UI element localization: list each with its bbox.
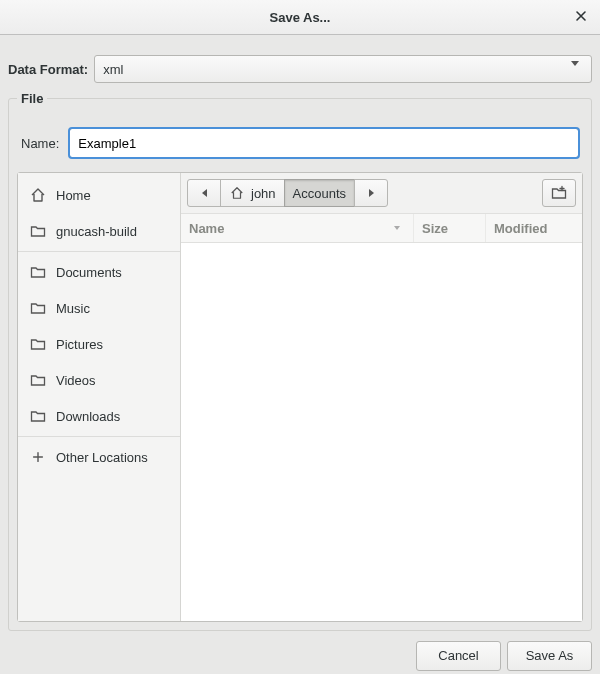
path-bar: john Accounts	[181, 173, 582, 214]
folder-icon	[30, 300, 46, 316]
home-icon	[30, 187, 46, 203]
data-format-label: Data Format:	[8, 62, 88, 77]
path-segment-label: Accounts	[293, 186, 346, 201]
path-group: john Accounts	[187, 179, 388, 207]
sidebar-item-music[interactable]: Music	[18, 290, 180, 326]
folder-icon	[30, 372, 46, 388]
sidebar-item-label: Videos	[56, 373, 96, 388]
column-header-modified[interactable]: Modified	[486, 214, 582, 242]
cancel-button[interactable]: Cancel	[416, 641, 501, 671]
sidebar-item-documents[interactable]: Documents	[18, 254, 180, 290]
save-as-button[interactable]: Save As	[507, 641, 592, 671]
sort-indicator-icon	[389, 220, 405, 236]
data-format-value: xml	[103, 62, 123, 77]
path-forward-button[interactable]	[354, 179, 388, 207]
close-icon	[573, 8, 589, 24]
folder-icon	[30, 264, 46, 280]
chevron-down-icon	[571, 66, 579, 81]
column-header-size[interactable]: Size	[414, 214, 486, 242]
folder-icon	[30, 336, 46, 352]
sidebar-separator	[18, 251, 180, 252]
filename-input[interactable]	[69, 128, 579, 158]
folder-icon	[30, 223, 46, 239]
sidebar-item-home[interactable]: Home	[18, 177, 180, 213]
name-row: Name:	[17, 116, 583, 172]
data-format-combo[interactable]: xml	[94, 55, 592, 83]
path-back-button[interactable]	[187, 179, 221, 207]
sidebar-item-other-locations[interactable]: Other Locations	[18, 439, 180, 475]
sidebar-separator	[18, 436, 180, 437]
column-header-name[interactable]: Name	[181, 214, 414, 242]
column-label: Size	[422, 221, 448, 236]
chevron-left-icon	[196, 185, 212, 201]
new-folder-icon	[551, 185, 567, 201]
sidebar-item-label: Other Locations	[56, 450, 148, 465]
path-segment-accounts[interactable]: Accounts	[284, 179, 355, 207]
columns-header: Name Size Modified	[181, 214, 582, 243]
sidebar-item-label: Documents	[56, 265, 122, 280]
file-list[interactable]	[181, 243, 582, 621]
sidebar-item-label: Music	[56, 301, 90, 316]
plus-icon	[30, 449, 46, 465]
sidebar-item-downloads[interactable]: Downloads	[18, 398, 180, 434]
chevron-right-icon	[363, 185, 379, 201]
button-bar: Cancel Save As	[0, 631, 600, 674]
sidebar-item-pictures[interactable]: Pictures	[18, 326, 180, 362]
file-browser: Home gnucash-build Documents	[17, 172, 583, 622]
window-title: Save As...	[270, 10, 331, 25]
home-icon	[229, 185, 245, 201]
sidebar-item-label: gnucash-build	[56, 224, 137, 239]
file-legend: File	[17, 91, 47, 106]
titlebar: Save As...	[0, 0, 600, 35]
column-label: Name	[189, 221, 224, 236]
data-format-row: Data Format: xml	[8, 43, 592, 91]
name-label: Name:	[21, 136, 59, 151]
new-folder-button[interactable]	[542, 179, 576, 207]
path-segment-label: john	[251, 186, 276, 201]
path-segment-john[interactable]: john	[220, 179, 285, 207]
file-pane: john Accounts	[181, 173, 582, 621]
sidebar-item-label: Pictures	[56, 337, 103, 352]
file-group: File Name: Home gnucash-build	[8, 91, 592, 631]
folder-icon	[30, 408, 46, 424]
sidebar-item-videos[interactable]: Videos	[18, 362, 180, 398]
places-sidebar: Home gnucash-build Documents	[18, 173, 181, 621]
column-label: Modified	[494, 221, 547, 236]
sidebar-item-label: Downloads	[56, 409, 120, 424]
close-button[interactable]	[572, 8, 590, 26]
sidebar-item-label: Home	[56, 188, 91, 203]
sidebar-item-gnucash-build[interactable]: gnucash-build	[18, 213, 180, 249]
